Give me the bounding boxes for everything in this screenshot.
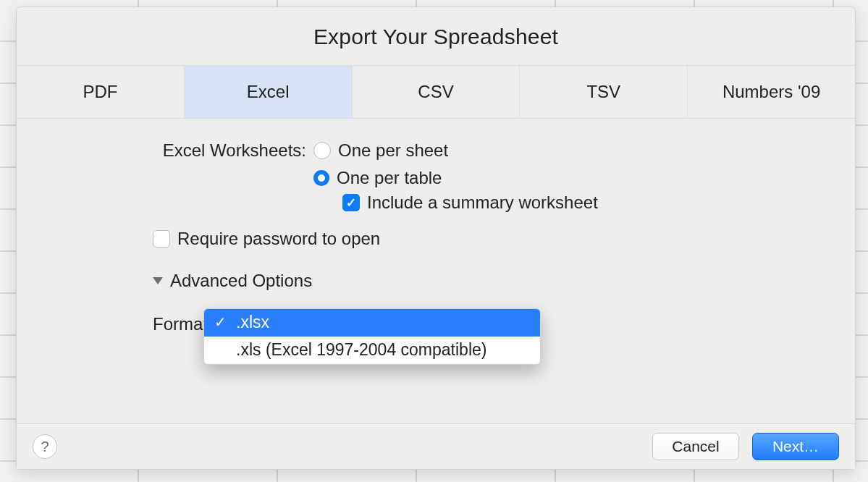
checkbox-label: Include a summary worksheet bbox=[367, 193, 598, 213]
format-tabs: PDF Excel CSV TSV Numbers '09 bbox=[17, 66, 855, 119]
radio-label: One per table bbox=[337, 168, 442, 188]
format-label: Format bbox=[153, 310, 209, 334]
worksheets-label: Excel Worksheets: bbox=[161, 140, 313, 161]
tab-pdf[interactable]: PDF bbox=[17, 66, 185, 118]
summary-checkbox-row: Include a summary worksheet bbox=[17, 193, 855, 213]
advanced-options-toggle[interactable]: Advanced Options bbox=[17, 271, 855, 291]
tab-excel[interactable]: Excel bbox=[185, 66, 353, 118]
cancel-button[interactable]: Cancel bbox=[652, 433, 739, 460]
format-option-xlsx[interactable]: ✓ .xlsx bbox=[204, 309, 540, 337]
worksheets-row: Excel Worksheets: One per sheet One per … bbox=[17, 140, 855, 188]
format-option-xls[interactable]: .xls (Excel 1997-2004 compatible) bbox=[204, 337, 540, 364]
checkmark-icon: ✓ bbox=[214, 313, 227, 331]
radio-icon bbox=[313, 170, 329, 186]
dialog-title: Export Your Spreadsheet bbox=[17, 7, 855, 66]
radio-label: One per sheet bbox=[338, 140, 448, 161]
include-summary-checkbox[interactable]: Include a summary worksheet bbox=[342, 193, 855, 213]
tab-numbers09[interactable]: Numbers '09 bbox=[688, 66, 855, 118]
next-button[interactable]: Next… bbox=[752, 433, 839, 460]
dialog-footer: ? Cancel Next… bbox=[17, 423, 855, 469]
tab-csv[interactable]: CSV bbox=[353, 66, 521, 118]
format-row: Format ✓ .xlsx .xls (Excel 1997-2004 com… bbox=[17, 310, 855, 334]
dialog-content: Excel Worksheets: One per sheet One per … bbox=[17, 119, 855, 423]
radio-one-per-table[interactable]: One per table bbox=[313, 168, 448, 188]
radio-icon bbox=[313, 142, 331, 159]
export-dialog: Export Your Spreadsheet PDF Excel CSV TS… bbox=[16, 7, 856, 470]
checkbox-icon bbox=[342, 194, 360, 211]
checkbox-label: Require password to open bbox=[177, 229, 380, 249]
require-password-checkbox[interactable]: Require password to open bbox=[153, 229, 855, 249]
format-popup-menu: ✓ .xlsx .xls (Excel 1997-2004 compatible… bbox=[203, 308, 541, 365]
worksheets-radio-group: One per sheet One per table bbox=[313, 140, 448, 188]
help-button[interactable]: ? bbox=[33, 434, 57, 459]
option-label: .xls (Excel 1997-2004 compatible) bbox=[236, 340, 486, 359]
require-password-row: Require password to open bbox=[17, 229, 855, 249]
checkbox-icon bbox=[153, 230, 170, 248]
tab-tsv[interactable]: TSV bbox=[520, 66, 688, 118]
advanced-options-label: Advanced Options bbox=[170, 271, 312, 291]
radio-one-per-sheet[interactable]: One per sheet bbox=[313, 140, 448, 161]
option-label: .xlsx bbox=[236, 313, 269, 331]
disclosure-triangle-icon bbox=[153, 277, 163, 284]
